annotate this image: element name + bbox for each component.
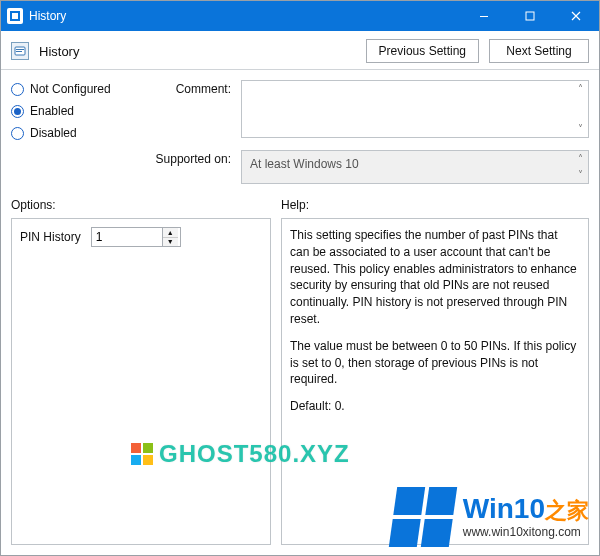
radio-not-configured[interactable]: Not Configured (11, 82, 131, 96)
header-row: History Previous Setting Next Setting (1, 31, 599, 70)
help-panel: This setting specifies the number of pas… (281, 218, 589, 545)
window-title: History (29, 9, 66, 23)
maximize-button[interactable] (507, 1, 553, 31)
policy-icon (11, 42, 29, 60)
previous-setting-button[interactable]: Previous Setting (366, 39, 479, 63)
radio-label: Disabled (30, 126, 77, 140)
close-button[interactable] (553, 1, 599, 31)
comment-label: Comment: (141, 80, 231, 138)
svg-rect-1 (12, 13, 18, 19)
pin-history-label: PIN History (20, 230, 81, 244)
spinner-down-icon[interactable]: ▼ (163, 238, 178, 247)
supported-on-value: At least Windows 10 (250, 157, 359, 171)
supported-label: Supported on: (141, 150, 231, 184)
pin-history-spinner[interactable]: ▲ ▼ (91, 227, 181, 247)
options-panel: PIN History ▲ ▼ (11, 218, 271, 545)
options-label: Options: (11, 198, 271, 212)
titlebar[interactable]: History (1, 1, 599, 31)
help-label: Help: (281, 198, 589, 212)
radio-label: Enabled (30, 104, 74, 118)
pin-history-input[interactable] (92, 228, 162, 246)
state-radio-group: Not Configured Enabled Disabled (11, 80, 131, 184)
comment-textarea[interactable]: ˄ ˅ (241, 80, 589, 138)
spinner-up-icon[interactable]: ▲ (163, 228, 178, 238)
svg-rect-5 (16, 49, 24, 50)
scroll-up-icon[interactable]: ˄ (574, 153, 586, 165)
history-settings-window: History History Previous Setting Next Se… (0, 0, 600, 556)
help-paragraph: The value must be between 0 to 50 PINs. … (290, 338, 580, 388)
next-setting-button[interactable]: Next Setting (489, 39, 589, 63)
help-paragraph: This setting specifies the number of pas… (290, 227, 580, 328)
radio-icon (11, 105, 24, 118)
scroll-up-icon[interactable]: ˄ (574, 83, 586, 95)
radio-icon (11, 127, 24, 140)
window-icon (7, 8, 23, 24)
minimize-button[interactable] (461, 1, 507, 31)
help-paragraph: Default: 0. (290, 398, 580, 415)
radio-label: Not Configured (30, 82, 111, 96)
radio-icon (11, 83, 24, 96)
page-title: History (39, 44, 79, 59)
svg-rect-2 (480, 16, 488, 17)
scroll-down-icon[interactable]: ˅ (574, 123, 586, 135)
svg-rect-6 (16, 51, 22, 52)
scroll-down-icon[interactable]: ˅ (574, 169, 586, 181)
radio-enabled[interactable]: Enabled (11, 104, 131, 118)
supported-on-box: At least Windows 10 ˄ ˅ (241, 150, 589, 184)
radio-disabled[interactable]: Disabled (11, 126, 131, 140)
svg-rect-3 (526, 12, 534, 20)
